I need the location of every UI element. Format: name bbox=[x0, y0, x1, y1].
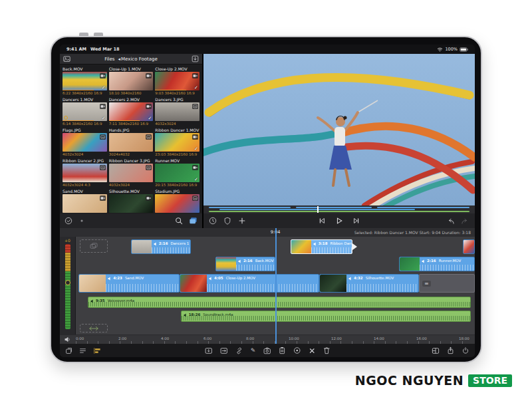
record-icon[interactable] bbox=[293, 346, 301, 354]
filter-dot-icon[interactable] bbox=[78, 217, 85, 224]
ruler-label: 10:00 bbox=[289, 336, 299, 340]
timeline-ruler[interactable]: 0:002:004:006:008:0010:0012:0014:0016:00… bbox=[60, 334, 475, 344]
layout-icon[interactable] bbox=[432, 347, 440, 354]
redo-icon[interactable] bbox=[461, 217, 469, 225]
select-check-icon[interactable] bbox=[65, 217, 72, 225]
timeline-clip[interactable]: 2:16Runner.MOV bbox=[399, 257, 475, 271]
library-item-thumbnail[interactable]: ✓ bbox=[155, 164, 200, 182]
library-item-thumbnail[interactable] bbox=[63, 194, 107, 213]
check-icon: ✓ bbox=[194, 177, 198, 182]
trim-handle-icon[interactable] bbox=[352, 243, 357, 250]
timeline-clip[interactable] bbox=[463, 239, 475, 254]
library-item[interactable]: Ribbon Dancer 1.MOV ✓ 23:03 3840x2160 16… bbox=[155, 128, 200, 157]
timeline-clip[interactable]: 2:16Dancers 1 bbox=[131, 239, 191, 254]
library-item[interactable]: Ribbon Dancer 2.JPG 4032x3024 4:3 bbox=[63, 158, 107, 188]
video-badge-icon bbox=[100, 196, 106, 201]
check-icon: ✓ bbox=[148, 116, 152, 121]
preview-overview-strip[interactable] bbox=[203, 205, 475, 213]
pencil-icon[interactable]: ✎ bbox=[251, 347, 256, 354]
video-badge-icon bbox=[146, 73, 152, 78]
library-item[interactable]: Dancers 2.MOV ✓ 7:11 3840x2160 16:9 bbox=[109, 97, 154, 126]
preview-frame[interactable] bbox=[203, 54, 475, 205]
library-item[interactable]: Silhouette.MOV bbox=[109, 189, 154, 213]
watermark-text: NGOC NGUYEN bbox=[355, 373, 464, 388]
insert-icon[interactable] bbox=[205, 347, 213, 354]
overwrite-icon[interactable] bbox=[220, 347, 228, 354]
timeline-clip[interactable]: 4:05Close-Up 2.MOV bbox=[180, 274, 319, 293]
library-item-thumbnail[interactable]: ✓ bbox=[63, 72, 107, 90]
check-icon: ✓ bbox=[194, 85, 198, 90]
play-icon[interactable] bbox=[335, 217, 343, 225]
library-item[interactable]: Dancers 1.MOV ✓ 6:14 3840x2160 16:9 bbox=[63, 97, 107, 126]
clip-list-icon[interactable] bbox=[79, 347, 86, 354]
timeline-clip[interactable]: 4:32Silhouette.MOV bbox=[319, 274, 419, 293]
add-clip-icon[interactable] bbox=[238, 217, 246, 225]
delete-x-icon[interactable] bbox=[308, 347, 315, 354]
selection-info: Selected: Ribbon Dancer 1.MOV Start: 9:0… bbox=[354, 230, 471, 235]
audio-meter-strip: +0 bbox=[60, 237, 76, 334]
search-icon[interactable] bbox=[175, 217, 183, 225]
shield-icon[interactable] bbox=[223, 217, 231, 225]
library-breadcrumb[interactable]: Files◂Mexico Footage bbox=[60, 57, 202, 62]
add-audio-track-slot[interactable] bbox=[80, 324, 108, 332]
library-item[interactable]: Ribbon Dancer 3.JPG 4032x3024 bbox=[109, 158, 154, 188]
library-item-thumbnail[interactable] bbox=[109, 194, 154, 213]
library-item[interactable]: Close-Up 2.MOV ✓ 9:03 3840x2160 16:9 bbox=[155, 66, 200, 96]
library-item-thumbnail[interactable] bbox=[109, 72, 154, 90]
library-source-label: Files bbox=[104, 57, 114, 62]
library-item-thumbnail[interactable] bbox=[109, 133, 154, 152]
power-icon[interactable] bbox=[462, 346, 469, 354]
playhead[interactable] bbox=[275, 228, 277, 344]
check-icon: ✓ bbox=[102, 116, 106, 121]
audio-clip[interactable]: 9:35Voiceover.m4a bbox=[88, 297, 471, 308]
clip-thumbnail bbox=[291, 240, 311, 253]
timeline-gold-icon[interactable] bbox=[93, 347, 101, 354]
library-item-thumbnail[interactable]: ✓ bbox=[155, 72, 200, 90]
timeline-band: +0 2:16Dancers 1 3:18Ribbon Dancer 1.MOV… bbox=[60, 237, 475, 334]
battery-icon bbox=[460, 47, 468, 52]
skip-forward-icon[interactable] bbox=[352, 217, 360, 225]
trash-icon[interactable] bbox=[323, 346, 330, 354]
library-item[interactable]: Hands.JPG 3024x4032 bbox=[109, 128, 154, 157]
library-item-thumbnail[interactable] bbox=[63, 133, 107, 152]
speaker-icon[interactable] bbox=[64, 336, 71, 343]
status-right: 100% bbox=[437, 47, 468, 52]
timeline-clip[interactable]: 4:23Sand.MOV bbox=[78, 274, 180, 293]
ruler-label: 16:00 bbox=[416, 336, 427, 340]
share-icon[interactable] bbox=[447, 346, 454, 354]
undo-icon[interactable] bbox=[446, 217, 455, 225]
timeline-clip[interactable]: 3:18Ribbon Dancer 1.MOV bbox=[291, 239, 352, 254]
library-item-thumbnail[interactable] bbox=[109, 164, 154, 182]
audio-level-meter bbox=[65, 244, 70, 329]
library-item-name: Silhouette.MOV bbox=[109, 189, 154, 194]
library-item-thumbnail[interactable] bbox=[63, 164, 107, 182]
meter-knob[interactable] bbox=[65, 280, 70, 285]
skip-back-icon[interactable] bbox=[318, 217, 326, 225]
library-item-thumbnail[interactable]: ✓ bbox=[109, 102, 154, 121]
library-item-thumbnail[interactable] bbox=[155, 102, 200, 121]
library-item-thumbnail[interactable]: ✓ bbox=[155, 133, 200, 152]
library-item-thumbnail[interactable]: ✓ bbox=[63, 102, 107, 121]
library-item-meta: 4032x3024 bbox=[63, 152, 107, 157]
library-item[interactable]: Dancers 3.JPG 4032x3024 bbox=[155, 97, 200, 126]
library-item[interactable]: Back.MOV ✓ 6:22 3840x2160 16:9 bbox=[63, 66, 107, 96]
snapshot-icon[interactable] bbox=[263, 347, 271, 354]
library-item[interactable]: Flags.JPG 4032x3024 bbox=[63, 128, 107, 157]
library-item[interactable]: Sand.MOV bbox=[63, 189, 107, 213]
library-item[interactable]: Runner.MOV ✓ 20:15 3840x2160 16:9 bbox=[155, 158, 200, 188]
media-source-icon[interactable] bbox=[189, 217, 198, 225]
timeline-clip-placeholder[interactable]: ≡ bbox=[419, 274, 475, 293]
library-source-icon[interactable] bbox=[63, 55, 70, 63]
audio-clip[interactable]: 18:26Soundtrack.m4a bbox=[181, 311, 471, 322]
import-icon[interactable] bbox=[192, 55, 199, 63]
library-item[interactable]: Close-Up 1.MOV 18:10 3840x2160 bbox=[109, 66, 154, 96]
media-rotate-icon[interactable] bbox=[65, 347, 72, 354]
clip-info-icon[interactable] bbox=[209, 217, 217, 225]
library-item-meta: 4032x3024 4:3 bbox=[63, 182, 107, 188]
library-item-thumbnail[interactable] bbox=[155, 194, 200, 213]
timeline-clip[interactable]: 2:16Back.MOV bbox=[215, 257, 275, 271]
overview-playhead[interactable] bbox=[317, 206, 319, 213]
library-item[interactable]: Stadium.JPG bbox=[155, 189, 200, 213]
link-icon[interactable] bbox=[235, 347, 243, 354]
clipboard-icon[interactable] bbox=[278, 346, 285, 354]
